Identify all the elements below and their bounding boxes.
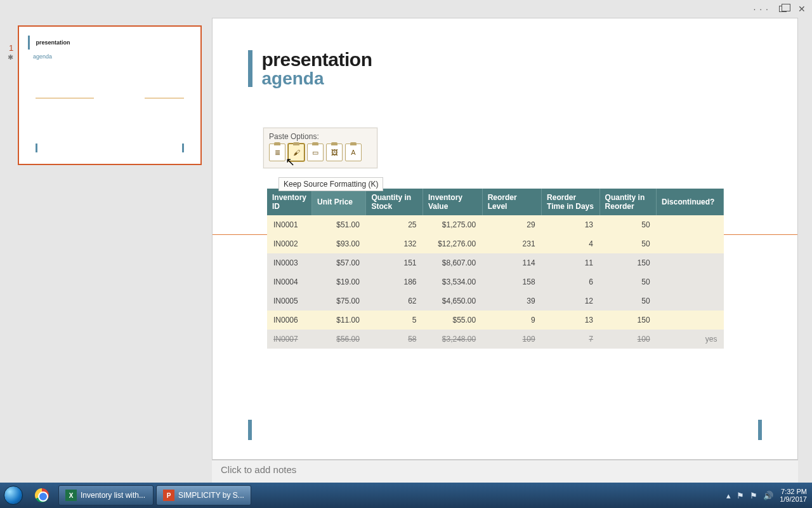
table-cell: 50 bbox=[599, 215, 657, 234]
table-cell: $19.00 bbox=[312, 272, 366, 291]
table-cell: 109 bbox=[482, 330, 541, 349]
tray-action-center-icon[interactable]: ⚑ bbox=[737, 491, 744, 500]
table-cell bbox=[657, 311, 724, 330]
table-cell: 62 bbox=[366, 291, 423, 311]
table-cell bbox=[657, 272, 724, 291]
table-cell: $3,248.00 bbox=[422, 330, 482, 349]
table-cell: 158 bbox=[482, 272, 541, 291]
paste-options-popup: Paste Options: ≣ 🖌 ▭ 🖼 A bbox=[263, 128, 377, 168]
table-cell: $3,534.00 bbox=[422, 272, 482, 291]
table-cell: IN0004 bbox=[267, 272, 312, 291]
taskbar-powerpoint-button[interactable]: P SIMPLICITY by S... bbox=[156, 485, 251, 505]
slide-subtitle[interactable]: agenda bbox=[261, 69, 372, 89]
table-cell: 13 bbox=[542, 215, 599, 234]
table-cell: $11.00 bbox=[312, 311, 366, 330]
table-cell: $12,276.00 bbox=[422, 234, 482, 253]
slide-thumbnail-1[interactable]: presentation agenda bbox=[18, 25, 202, 165]
table-row[interactable]: IN0001$51.0025$1,275.00291350 bbox=[267, 215, 724, 234]
paste-use-destination-theme-button[interactable]: ≣ bbox=[269, 144, 285, 161]
tray-clock[interactable]: 7:32 PM 1/9/2017 bbox=[780, 488, 807, 503]
table-row[interactable]: IN0004$19.00186$3,534.00158650 bbox=[267, 272, 724, 291]
taskbar-chrome-button[interactable] bbox=[28, 485, 56, 506]
thumb-decor-line bbox=[145, 98, 184, 98]
thumb-decor-tick bbox=[182, 144, 184, 152]
table-cell: $8,607.00 bbox=[422, 253, 482, 272]
slide-decor-tick bbox=[248, 420, 252, 440]
restore-window-button[interactable] bbox=[778, 4, 788, 14]
inventory-table[interactable]: Inventory IDUnit PriceQuantity in StockI… bbox=[267, 189, 724, 349]
table-cell: 50 bbox=[599, 272, 657, 291]
taskbar-powerpoint-label: SIMPLICITY by S... bbox=[178, 491, 244, 500]
table-cell: 150 bbox=[599, 253, 657, 272]
table-cell bbox=[657, 234, 724, 253]
table-cell: IN0007 bbox=[267, 330, 312, 349]
table-cell: 29 bbox=[482, 215, 541, 234]
table-cell: 58 bbox=[366, 330, 423, 349]
table-header: Quantity in Reorder bbox=[599, 189, 657, 215]
table-cell: $56.00 bbox=[312, 330, 366, 349]
table-cell: 50 bbox=[599, 291, 657, 311]
thumb-title: presentation bbox=[36, 39, 70, 46]
table-row[interactable]: IN0007$56.0058$3,248.001097100yes bbox=[267, 330, 724, 349]
paste-tooltip: Keep Source Formatting (K) bbox=[278, 177, 383, 191]
paste-embed-button[interactable]: ▭ bbox=[307, 144, 324, 161]
table-header: Unit Price bbox=[312, 189, 366, 215]
table-cell bbox=[657, 291, 724, 311]
excel-icon: X bbox=[65, 490, 77, 501]
start-button[interactable] bbox=[0, 483, 27, 508]
table-cell: $51.00 bbox=[312, 215, 366, 234]
table-row[interactable]: IN0003$57.00151$8,607.0011411150 bbox=[267, 253, 724, 272]
notes-pane[interactable]: Click to add notes bbox=[212, 460, 798, 483]
table-header: Discontinued? bbox=[657, 189, 724, 215]
slide-title[interactable]: presentation bbox=[261, 50, 372, 69]
table-cell: 231 bbox=[482, 234, 541, 253]
table-cell: $1,275.00 bbox=[422, 215, 482, 234]
table-cell: 4 bbox=[542, 234, 599, 253]
table-cell: 150 bbox=[599, 311, 657, 330]
table-cell: 12 bbox=[542, 291, 599, 311]
tray-chevron-up-icon[interactable]: ▴ bbox=[726, 491, 731, 500]
animation-indicator-icon: ✱ bbox=[8, 53, 13, 62]
table-row[interactable]: IN0005$75.0062$4,650.00391250 bbox=[267, 291, 724, 311]
table-cell: 100 bbox=[599, 330, 657, 349]
thumb-decor-line bbox=[36, 98, 94, 98]
table-header: Reorder Level bbox=[482, 189, 541, 215]
table-cell bbox=[657, 253, 724, 272]
thumb-decor-tick bbox=[36, 144, 37, 152]
table-cell: yes bbox=[657, 330, 724, 349]
table-row[interactable]: IN0002$93.00132$12,276.00231450 bbox=[267, 234, 724, 253]
table-cell bbox=[657, 215, 724, 234]
taskbar-excel-button[interactable]: X Inventory list with... bbox=[58, 485, 154, 505]
table-cell: 13 bbox=[542, 311, 599, 330]
table-cell: IN0001 bbox=[267, 215, 312, 234]
taskbar-excel-label: Inventory list with... bbox=[81, 491, 145, 500]
table-cell: 132 bbox=[366, 234, 423, 253]
tray-volume-icon[interactable]: 🔊 bbox=[763, 491, 773, 500]
close-window-button[interactable] bbox=[797, 4, 807, 14]
slide-thumbnail-pane[interactable]: 1 ✱ presentation agenda bbox=[0, 18, 206, 483]
title-accent-bar bbox=[248, 50, 252, 87]
table-cell: 186 bbox=[366, 272, 423, 291]
tray-security-icon[interactable]: ⚑ bbox=[750, 491, 757, 500]
slide-canvas[interactable]: presentation agenda Paste Options: ≣ 🖌 ▭… bbox=[212, 18, 798, 460]
table-row[interactable]: IN0006$11.005$55.00913150 bbox=[267, 311, 724, 330]
table-cell: $55.00 bbox=[422, 311, 482, 330]
tray-date: 1/9/2017 bbox=[780, 495, 807, 503]
paste-keep-source-formatting-button[interactable]: 🖌 bbox=[288, 144, 304, 161]
table-cell: 9 bbox=[482, 311, 541, 330]
tray-time: 7:32 PM bbox=[780, 488, 807, 495]
paste-text-only-button[interactable]: A bbox=[345, 144, 362, 161]
table-cell: 151 bbox=[366, 253, 423, 272]
chrome-icon bbox=[35, 488, 49, 502]
table-header: Inventory Value bbox=[422, 189, 482, 215]
table-cell: 6 bbox=[542, 272, 599, 291]
table-cell: IN0005 bbox=[267, 291, 312, 311]
ribbon-options-icon[interactable]: · · · bbox=[754, 4, 769, 14]
table-cell: 39 bbox=[482, 291, 541, 311]
paste-as-picture-button[interactable]: 🖼 bbox=[326, 144, 343, 161]
system-tray[interactable]: ▴ ⚑ ⚑ 🔊 7:32 PM 1/9/2017 bbox=[726, 488, 812, 503]
thumb-accent-bar bbox=[28, 36, 30, 50]
table-cell: 7 bbox=[542, 330, 599, 349]
table-cell: 50 bbox=[599, 234, 657, 253]
windows-orb-icon bbox=[4, 486, 23, 505]
